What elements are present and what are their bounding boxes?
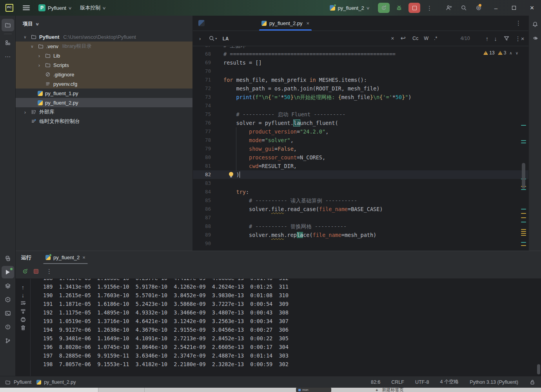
warning-stripe-mark[interactable]: [521, 235, 526, 236]
code-area[interactable]: 67# 主循环68# =============================…: [193, 46, 528, 250]
indent-setting[interactable]: 4 个空格: [440, 379, 459, 385]
new-line-icon[interactable]: ↩: [401, 35, 406, 42]
tool-terminal-button[interactable]: [2, 307, 14, 320]
search-icon[interactable]: [209, 35, 215, 42]
tree-item-.gitignore[interactable]: .gitignore: [16, 70, 192, 79]
scroll-up-button[interactable]: ↑: [22, 284, 25, 290]
code-line-85[interactable]: 85 # ---------- 读入基础算例 ----------: [193, 196, 528, 205]
code-line-78[interactable]: 78 mode="solver",: [193, 136, 528, 145]
code-line-82[interactable]: 82 ): [193, 170, 528, 179]
minimize-button[interactable]: –: [487, 0, 505, 16]
code-line-75[interactable]: 75 # ---------- 启动 Fluent ----------: [193, 110, 528, 119]
code-line-88[interactable]: 88 # ---------- 替换网格 ----------: [193, 222, 528, 231]
warning-stripe-mark[interactable]: [521, 233, 526, 234]
warning-stripe-mark[interactable]: [521, 231, 526, 232]
tool-python-packages-button[interactable]: [2, 293, 14, 306]
search-more-button[interactable]: ⋮: [515, 36, 521, 42]
change-stripe-mark[interactable]: [521, 140, 526, 141]
more-tool-windows-button[interactable]: ⋯: [2, 50, 14, 63]
tool-structure-button[interactable]: [2, 36, 14, 49]
chevron-right-icon[interactable]: ›: [22, 109, 28, 115]
tab-bar-left-icon[interactable]: [198, 20, 205, 26]
python-interpreter[interactable]: Python 3.13 (Pyfluent): [470, 379, 518, 385]
console-output[interactable]: 188 1.4127e-05 2.1066e-10 6.2377e-10 4.4…: [31, 279, 541, 376]
code-line-77[interactable]: 77 product_version="24.2.0",: [193, 127, 528, 136]
tree-item-Lib[interactable]: ›Lib: [16, 51, 192, 60]
soft-wrap-button[interactable]: [20, 300, 26, 306]
run-config-selector[interactable]: py_fluent_2 ∨: [330, 5, 369, 11]
run-process-tab[interactable]: py_fluent_2 ×: [42, 251, 89, 264]
chevron-down-icon[interactable]: ∨: [29, 44, 35, 49]
tree-item-py_fluent_1.py[interactable]: py_fluent_1.py: [16, 89, 192, 98]
chevron-down-icon[interactable]: ∨: [22, 35, 28, 39]
search-history-chevron-icon[interactable]: ▾: [215, 37, 217, 40]
code-line-89[interactable]: 89 solver.mesh.replace(file_name=mesh_pa…: [193, 231, 528, 239]
next-problem-icon[interactable]: ∨: [516, 51, 518, 55]
change-stripe-mark[interactable]: [521, 189, 526, 190]
close-button[interactable]: ×: [523, 0, 541, 16]
change-stripe-mark[interactable]: [521, 222, 526, 222]
maximize-button[interactable]: [505, 0, 523, 16]
console-more-button[interactable]: ⋮: [46, 268, 52, 274]
code-line-87[interactable]: 87: [193, 213, 528, 222]
tool-project-button[interactable]: [2, 19, 14, 31]
search-everywhere-button[interactable]: [461, 5, 467, 11]
tree-item-Scripts[interactable]: ›Scripts: [16, 60, 192, 70]
code-line-83[interactable]: 83: [193, 179, 528, 188]
tool-git-button[interactable]: [2, 334, 14, 347]
clear-console-button[interactable]: [20, 325, 26, 331]
inspections-widget[interactable]: 13 3 ∧ ∨: [482, 49, 520, 56]
editor-tab[interactable]: py_fluent_2.py ×: [258, 16, 313, 31]
chevron-right-icon[interactable]: ›: [36, 53, 42, 59]
breadcrumb-file[interactable]: py_fluent_2.py: [44, 379, 76, 385]
search-filter-button[interactable]: [503, 35, 510, 42]
tool-services-button[interactable]: [2, 280, 14, 292]
whole-words-toggle[interactable]: W: [421, 34, 431, 42]
rerun-process-button[interactable]: [22, 268, 28, 275]
code-line-69[interactable]: 69results = []: [193, 58, 528, 67]
warning-stripe-mark[interactable]: [521, 217, 526, 218]
tool-python-console-button[interactable]: [2, 252, 14, 265]
code-line-80[interactable]: 80 processor_count=N_CORES,: [193, 153, 528, 162]
scroll-down-button[interactable]: ↓: [22, 292, 25, 298]
main-menu-button[interactable]: [23, 5, 30, 10]
project-selector[interactable]: P Pyfluent ∨: [38, 4, 71, 11]
expand-search-icon[interactable]: ›: [199, 36, 201, 42]
rerun-button[interactable]: [378, 3, 390, 13]
tree-item-py_fluent_2.py[interactable]: py_fluent_2.py: [16, 98, 192, 107]
close-search-icon[interactable]: ×: [521, 35, 525, 42]
code-line-79[interactable]: 79 show_gui=False,: [193, 145, 528, 153]
project-panel-header[interactable]: 项目 ∨: [16, 16, 192, 32]
code-line-81[interactable]: 81 cwd=RESULT_DIR,: [193, 162, 528, 170]
ai-assistant-button[interactable]: [529, 32, 541, 44]
tool-run-button[interactable]: [2, 266, 14, 278]
cursor-position[interactable]: 82:6: [371, 379, 380, 385]
change-stripe-mark[interactable]: [521, 125, 526, 126]
match-case-toggle[interactable]: Cc: [410, 34, 421, 42]
tree-item-.venv[interactable]: ∨.venvlibrary根目录: [16, 42, 192, 51]
chevron-right-icon[interactable]: ›: [36, 62, 42, 68]
warning-stripe-mark[interactable]: [521, 245, 526, 246]
change-stripe-mark[interactable]: [521, 143, 526, 143]
code-with-me-button[interactable]: [446, 5, 452, 11]
tool-problems-button[interactable]: [2, 321, 14, 333]
unlock-icon[interactable]: [529, 379, 536, 385]
code-line-84[interactable]: 84 try:: [193, 188, 528, 196]
warning-stripe-mark[interactable]: [521, 229, 526, 230]
tree-item-pyvenv.cfg[interactable]: pyvenv.cfg: [16, 79, 192, 89]
code-line-68[interactable]: 68# ====================================…: [193, 50, 528, 58]
close-tab-icon[interactable]: ×: [307, 20, 310, 26]
code-line-72[interactable]: 72 mesh_path = os.path.join(ROOT_DIR, me…: [193, 84, 528, 93]
print-button[interactable]: [20, 316, 26, 323]
file-encoding[interactable]: UTF-8: [415, 379, 429, 385]
breadcrumb-project[interactable]: Pyfluent: [14, 379, 31, 385]
code-line-73[interactable]: 73 print(f"\n{'='*50}\n开始处理网格: {mesh_fil…: [193, 93, 528, 101]
code-line-74[interactable]: 74: [193, 101, 528, 110]
close-tab-icon[interactable]: ×: [82, 255, 85, 260]
clear-search-icon[interactable]: ×: [391, 35, 394, 42]
regex-toggle[interactable]: .*: [431, 34, 440, 42]
next-occurrence-button[interactable]: ↓: [494, 36, 497, 42]
tree-item-Pyfluent[interactable]: ∨PyfluentC:\Users\wsco\Desktop\Pyfluent: [16, 32, 192, 42]
more-actions-button[interactable]: ⋮: [427, 5, 432, 11]
code-line-71[interactable]: 71for mesh_file, mesh_prefix in MESHES.i…: [193, 76, 528, 84]
